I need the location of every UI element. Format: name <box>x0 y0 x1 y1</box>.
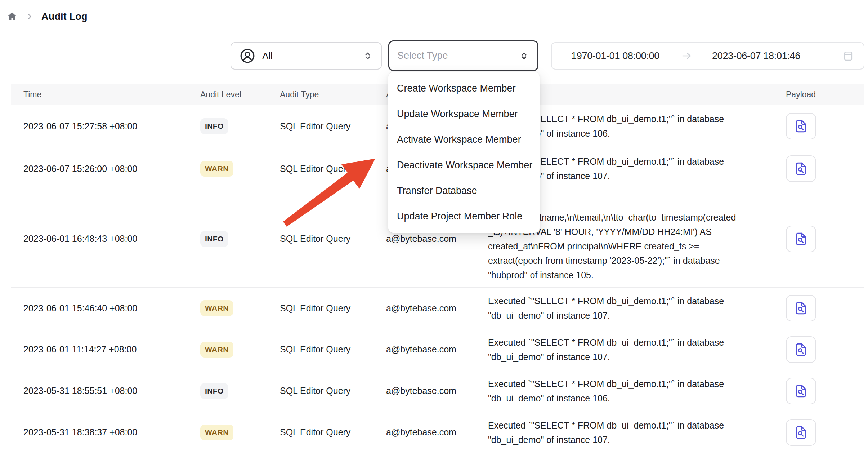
audit-level-badge: WARN <box>200 425 233 440</box>
cell-comment: Executed `"SELECT * FROM db_ui_demo.t1;"… <box>488 294 780 323</box>
menu-item-deactivate-workspace-member[interactable]: Deactivate Workspace Member <box>388 152 540 178</box>
cell-time: 2023-06-01 16:48:43 +08:00 <box>11 234 200 244</box>
cell-audit-level: INFO <box>200 383 280 399</box>
cell-audit-level: INFO <box>200 118 280 134</box>
cell-audit-type: SQL Editor Query <box>280 121 386 132</box>
cell-time: 2023-06-07 15:27:58 +08:00 <box>11 121 200 132</box>
menu-item-transfer-database[interactable]: Transfer Database <box>388 178 540 204</box>
column-header-time: Time <box>11 90 200 99</box>
cell-time: 2023-05-31 18:38:37 +08:00 <box>11 427 200 438</box>
audit-level-badge: INFO <box>200 231 228 247</box>
actor-filter-select[interactable]: All <box>231 42 382 70</box>
cell-audit-type: SQL Editor Query <box>280 164 386 174</box>
menu-item-update-workspace-member[interactable]: Update Workspace Member <box>388 101 540 127</box>
audit-level-badge: WARN <box>200 161 233 177</box>
user-circle-icon <box>239 48 256 64</box>
date-range-start[interactable]: 1970-01-01 08:00:00 <box>571 50 659 62</box>
date-range-picker[interactable]: 1970-01-01 08:00:00 2023-06-07 18:01:46 <box>551 42 864 70</box>
payload-view-button[interactable] <box>786 113 816 139</box>
table-row <box>11 453 864 457</box>
cell-payload <box>780 336 864 363</box>
column-header-payload: Payload <box>780 90 864 99</box>
type-filter-placeholder: Select Type <box>397 50 448 61</box>
table-row: 2023-06-01 11:14:27 +08:00 WARN SQL Edit… <box>11 329 864 370</box>
column-header-audit-level: Audit Level <box>200 90 280 99</box>
audit-level-badge: INFO <box>200 383 228 399</box>
cell-actor: a@bytebase.com <box>386 234 488 244</box>
cell-actor: a@bytebase.com <box>386 303 488 314</box>
table-row: 2023-06-01 15:46:40 +08:00 WARN SQL Edit… <box>11 288 864 329</box>
calendar-icon[interactable] <box>842 50 854 62</box>
audit-level-badge: INFO <box>200 118 228 134</box>
cell-payload <box>780 378 864 404</box>
page-title: Audit Log <box>41 11 88 22</box>
cell-payload <box>780 226 864 252</box>
cell-audit-level: WARN <box>200 425 280 440</box>
column-header-audit-type: Audit Type <box>280 90 386 99</box>
cell-time: 2023-06-01 11:14:27 +08:00 <box>11 344 200 355</box>
table-row: 2023-05-31 18:55:51 +08:00 INFO SQL Edit… <box>11 370 864 412</box>
cell-audit-level: WARN <box>200 161 280 177</box>
cell-payload <box>780 295 864 321</box>
cell-payload <box>780 113 864 139</box>
cell-audit-type: SQL Editor Query <box>280 234 386 244</box>
cell-actor: a@bytebase.com <box>386 427 488 438</box>
audit-level-badge: WARN <box>200 300 233 316</box>
cell-comment: Executed `"SELECT * FROM db_ui_demo.t1;"… <box>488 418 780 447</box>
cell-audit-level: INFO <box>200 231 280 247</box>
cell-actor: a@bytebase.com <box>386 386 488 396</box>
cell-audit-level: WARN <box>200 300 280 316</box>
home-icon[interactable] <box>6 11 18 22</box>
payload-view-button[interactable] <box>786 295 816 321</box>
chevron-up-down-icon <box>519 50 529 61</box>
chevron-right-icon <box>26 13 33 21</box>
table-row: 2023-05-31 18:38:37 +08:00 WARN SQL Edit… <box>11 412 864 453</box>
menu-item-activate-workspace-member[interactable]: Activate Workspace Member <box>388 127 540 152</box>
date-range-end[interactable]: 2023-06-07 18:01:46 <box>712 50 800 62</box>
audit-log-page: Audit Log All Select Type 1970-01-01 08:… <box>0 0 868 457</box>
payload-view-button[interactable] <box>786 336 816 363</box>
cell-time: 2023-05-31 18:55:51 +08:00 <box>11 386 200 396</box>
cell-payload <box>780 419 864 446</box>
arrow-right-icon <box>680 50 693 62</box>
menu-item-create-workspace-member[interactable]: Create Workspace Member <box>388 76 540 101</box>
cell-comment: Executed `"SELECT * FROM db_ui_demo.t1;"… <box>488 335 780 364</box>
payload-view-button[interactable] <box>786 155 816 182</box>
cell-audit-level: WARN <box>200 342 280 358</box>
cell-time: 2023-06-07 15:26:00 +08:00 <box>11 164 200 174</box>
cell-comment: Executed `"SELECT * FROM db_ui_demo.t1;"… <box>488 377 780 405</box>
actor-filter-value: All <box>262 50 273 62</box>
payload-view-button[interactable] <box>786 419 816 446</box>
cell-actor: a@bytebase.com <box>386 344 488 355</box>
type-select-menu: Create Workspace Member Update Workspace… <box>388 72 540 233</box>
cell-time: 2023-06-01 15:46:40 +08:00 <box>11 303 200 314</box>
menu-item-update-project-member[interactable]: Update Project Member Role <box>388 204 540 229</box>
cell-audit-type: SQL Editor Query <box>280 427 386 438</box>
payload-view-button[interactable] <box>786 378 816 404</box>
audit-level-badge: WARN <box>200 342 233 358</box>
cell-audit-type: SQL Editor Query <box>280 344 386 355</box>
chevron-up-down-icon <box>362 50 373 61</box>
cell-audit-type: SQL Editor Query <box>280 386 386 396</box>
payload-view-button[interactable] <box>786 226 816 252</box>
breadcrumb: Audit Log <box>6 8 88 25</box>
type-filter-select[interactable]: Select Type <box>388 40 538 71</box>
cell-payload <box>780 155 864 182</box>
cell-audit-type: SQL Editor Query <box>280 303 386 314</box>
